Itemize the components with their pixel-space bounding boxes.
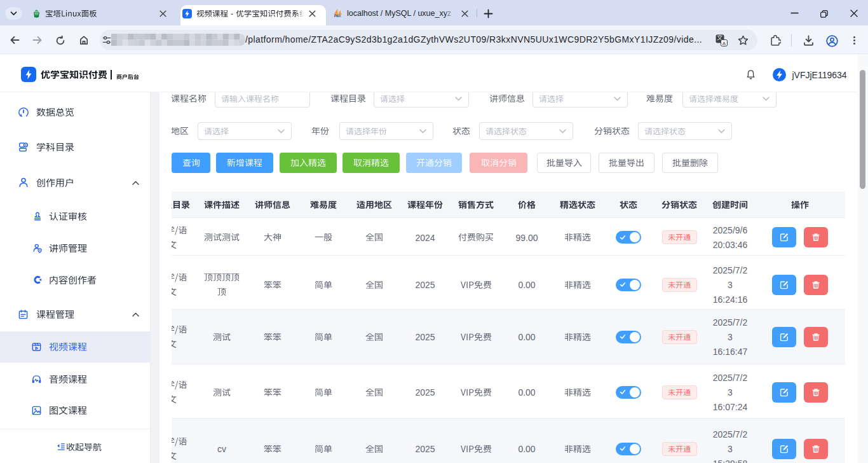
- svg-text:A: A: [722, 41, 726, 46]
- svg-text:PMA: PMA: [334, 15, 341, 18]
